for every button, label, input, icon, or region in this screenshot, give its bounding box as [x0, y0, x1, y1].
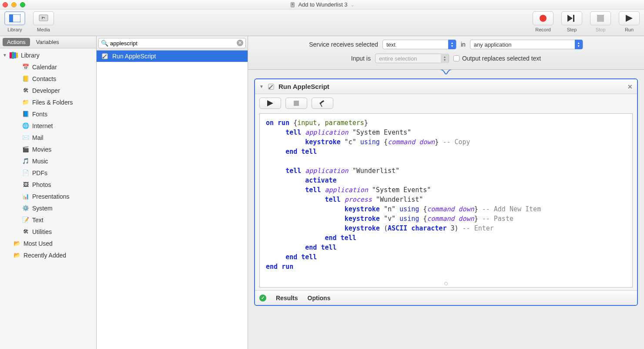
category-label: Mail — [32, 134, 44, 141]
category-icon: 🖼 — [22, 181, 30, 189]
action-search-row: 🔍 ✕ — [97, 36, 248, 51]
stop-icon — [590, 11, 611, 25]
library-root[interactable]: ▼ Library — [0, 49, 96, 61]
category-developer[interactable]: 🛠Developer — [0, 85, 96, 96]
app-body: Actions Variables ▼ Library 📅Calendar📒Co… — [0, 36, 644, 349]
smart-list-label: Most Used — [23, 240, 53, 247]
action-run-applescript[interactable]: Run AppleScript — [97, 51, 248, 62]
status-ok-icon: ✓ — [259, 295, 266, 302]
category-text[interactable]: 📝Text — [0, 214, 96, 226]
stepper-arrows-icon: ▲▼ — [575, 40, 583, 49]
output-replaces-option[interactable]: Output replaces selected text — [453, 55, 541, 62]
tab-actions[interactable]: Actions — [3, 38, 30, 46]
zoom-window-button[interactable] — [20, 2, 25, 7]
disclosure-triangle-icon[interactable]: ▼ — [259, 84, 264, 89]
action-card-run-applescript[interactable]: ▼ Run AppleScript ✕ — [254, 78, 638, 306]
run-icon — [619, 11, 640, 25]
step-button-label: Step — [567, 27, 577, 32]
action-card-title: Run AppleScript — [278, 83, 329, 90]
run-button-label: Run — [625, 27, 634, 32]
category-contacts[interactable]: 📒Contacts — [0, 73, 96, 85]
clear-search-button[interactable]: ✕ — [237, 40, 243, 46]
library-tab-bar: Actions Variables — [0, 36, 96, 48]
options-tab[interactable]: Options — [308, 295, 331, 302]
svg-marker-6 — [567, 15, 573, 22]
script-editor[interactable]: on run {input, parameters} tell applicat… — [259, 113, 633, 288]
media-button[interactable]: Media — [33, 11, 54, 32]
results-tab[interactable]: Results — [276, 295, 298, 302]
svg-point-1 — [292, 3, 293, 5]
category-label: Fonts — [32, 111, 47, 118]
stop-button: Stop — [590, 11, 611, 32]
smart-list-recently-added[interactable]: 📂Recently Added — [0, 249, 96, 261]
action-card-header[interactable]: ▼ Run AppleScript ✕ — [255, 79, 637, 94]
record-button-label: Record — [535, 27, 550, 32]
run-button[interactable]: Run — [619, 11, 640, 32]
category-icon: 🌐 — [22, 122, 30, 130]
smart-list-most-used[interactable]: 📂Most Used — [0, 237, 96, 249]
category-label: Contacts — [32, 75, 56, 82]
resize-handle-icon[interactable] — [444, 282, 448, 285]
library-button-label: Library — [7, 27, 22, 32]
library-button[interactable]: Library — [4, 11, 25, 32]
workflow-pane: Service receives selected text ▲▼ in any… — [248, 36, 644, 349]
library-pane: Actions Variables ▼ Library 📅Calendar📒Co… — [0, 36, 97, 349]
application-select[interactable]: any application ▲▼ — [470, 40, 583, 49]
category-internet[interactable]: 🌐Internet — [0, 120, 96, 132]
remove-action-button[interactable]: ✕ — [627, 83, 633, 90]
record-icon — [533, 11, 553, 25]
window-titlebar: Add to Wunderlist 3 ⌄ — [0, 0, 644, 10]
svg-marker-18 — [267, 100, 273, 106]
category-icon: 🛠 — [22, 87, 30, 95]
step-button[interactable]: Step — [561, 11, 582, 32]
category-label: Photos — [32, 181, 51, 188]
library-tree: ▼ Library 📅Calendar📒Contacts🛠Developer📁F… — [0, 48, 96, 349]
input-type-select[interactable]: text ▲▼ — [382, 40, 456, 49]
category-mail[interactable]: ✉️Mail — [0, 132, 96, 143]
svg-rect-19 — [294, 101, 299, 106]
record-button[interactable]: Record — [533, 11, 553, 32]
svg-point-5 — [540, 15, 547, 22]
main-toolbar: LibraryMedia RecordStepStopRun — [0, 10, 644, 36]
category-presentations[interactable]: 📊Presentations — [0, 190, 96, 202]
smart-list-label: Recently Added — [23, 252, 66, 259]
svg-point-17 — [269, 87, 271, 89]
stepper-arrows-icon: ▲▼ — [448, 40, 456, 49]
category-label: Files & Folders — [32, 99, 73, 106]
step-icon — [561, 11, 582, 25]
category-calendar[interactable]: 📅Calendar — [0, 61, 96, 73]
script-toolbar — [255, 94, 637, 112]
minimize-window-button[interactable] — [11, 2, 17, 7]
stop-script-button[interactable] — [285, 98, 307, 109]
category-pdfs[interactable]: 📄PDFs — [0, 167, 96, 179]
library-root-label: Library — [21, 52, 40, 59]
window-title[interactable]: Add to Wunderlist 3 ⌄ — [289, 1, 354, 8]
hammer-icon — [319, 100, 326, 107]
search-input[interactable] — [98, 38, 246, 48]
folder-icon: 📂 — [13, 240, 21, 247]
category-icon: ⚙️ — [22, 204, 30, 212]
action-result-list: Run AppleScript — [97, 51, 248, 349]
category-label: Developer — [32, 87, 60, 94]
category-system[interactable]: ⚙️System — [0, 202, 96, 214]
category-utilities[interactable]: 🛠Utilities — [0, 226, 96, 237]
toolbar-right-group: RecordStepStopRun — [533, 11, 640, 32]
category-files-folders[interactable]: 📁Files & Folders — [0, 96, 96, 108]
tab-variables[interactable]: Variables — [32, 38, 64, 46]
category-fonts[interactable]: 📘Fonts — [0, 108, 96, 120]
category-icon: 📘 — [22, 110, 30, 118]
category-icon: ✉️ — [22, 134, 30, 142]
library-stack-icon — [10, 52, 18, 59]
toolbar-left-group: LibraryMedia — [4, 11, 54, 32]
category-movies[interactable]: 🎬Movies — [0, 143, 96, 155]
compile-script-button[interactable] — [312, 98, 333, 109]
disclosure-triangle-icon[interactable]: ▼ — [3, 53, 7, 58]
category-photos[interactable]: 🖼Photos — [0, 179, 96, 190]
category-icon: 📊 — [22, 193, 30, 200]
output-replaces-checkbox[interactable] — [453, 55, 460, 61]
workflow-canvas[interactable]: ▼ Run AppleScript ✕ — [248, 70, 644, 349]
category-label: Presentations — [32, 193, 70, 200]
run-script-button[interactable] — [259, 98, 281, 109]
close-window-button[interactable] — [3, 2, 8, 7]
category-music[interactable]: 🎵Music — [0, 155, 96, 167]
